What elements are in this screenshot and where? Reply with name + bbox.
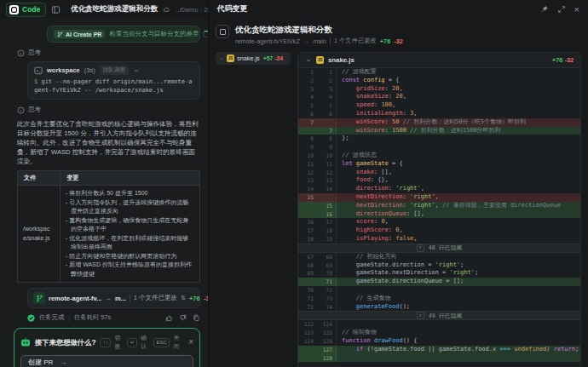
diff-line: 1212 snake: [], bbox=[298, 169, 580, 177]
diff-additions: +76 bbox=[552, 56, 562, 64]
chat-panel: Code 优化贪吃蛇游戏逻辑和分数 ../Demo · 21:18 bbox=[0, 0, 209, 367]
expand-updown-icon: ⇅ bbox=[181, 295, 186, 301]
diff-subtitle: remote-agent-fvYEiVkZ → main 1 个文件已更改 +7… bbox=[235, 37, 403, 45]
arrow-right: → bbox=[303, 37, 309, 45]
file-name: snake.js bbox=[237, 54, 260, 62]
additions-count: +76 bbox=[380, 37, 390, 45]
hidden-lines-label: 48 行已隐藏 bbox=[429, 244, 462, 252]
task-status-row: 任务完成 | 任务耗时 57s bbox=[27, 313, 200, 322]
change-item: 阻止方向键和空格键的默认网页滚动行为 bbox=[66, 252, 194, 261]
close-icon[interactable]: × bbox=[574, 5, 579, 14]
key-badge: ↵ bbox=[127, 338, 137, 347]
changes-list: 将胜利分数从 50 提升至 1500引入方向指令队列，提升连续按键操作的流畅度并… bbox=[61, 186, 200, 283]
copy-icon[interactable] bbox=[193, 314, 200, 322]
prompt-hints: ↑↓切换↵确认ESC关闭 bbox=[100, 334, 182, 351]
task-done-label: 任务完成 bbox=[39, 313, 64, 322]
expand-lines-icon: ⇕ bbox=[417, 312, 424, 319]
close-icon[interactable]: × bbox=[188, 338, 193, 347]
thumbs-up-icon[interactable] bbox=[165, 314, 173, 322]
diff-line: 11// 游戏配置 bbox=[298, 68, 580, 77]
terminal-command: $ git --no-pager diff origin/main...remo… bbox=[34, 77, 193, 95]
diff-line: 88}; bbox=[298, 135, 580, 143]
change-item: 引入方向指令队列，提升连续按键操作的流畅度并防止直接反向 bbox=[66, 198, 194, 216]
chevron-down-icon bbox=[219, 56, 224, 61]
table-header-changes: 变更 bbox=[61, 171, 200, 186]
next-action-prompt: 接下来您想做什么? ↑↓切换↵确认ESC关闭 × 创建 PR→暂不创建 PR→ bbox=[14, 328, 200, 367]
diff-line: 128 bbox=[298, 354, 580, 363]
terminal-name: workspace bbox=[47, 66, 80, 74]
panel-body: 优化贪吃蛇游戏逻辑和分数 remote-agent-fvYEiVkZ → mai… bbox=[209, 19, 588, 367]
diff-line: 15 nextDirection: 'right', bbox=[298, 193, 580, 202]
branch-diff-card[interactable]: remote-agent-fv... → m... 1 个文件已更改 ⇅ +76… bbox=[27, 288, 200, 308]
diff-line: 1010// 游戏状态 bbox=[298, 152, 580, 160]
prompt-option[interactable]: 创建 PR→ bbox=[20, 355, 193, 367]
terminal-card-header[interactable]: workspace (3s) 排队调用 bbox=[34, 66, 193, 75]
diff-line: 1414 direction: 'right', bbox=[298, 185, 580, 193]
diff-file-header[interactable]: JS snake.js +76 -32 bbox=[298, 53, 580, 68]
diff-line: 7072 bbox=[298, 286, 580, 295]
diff-line: 6768 // 初始化方向 bbox=[298, 253, 580, 261]
diff-line: 123125// 绘制食物 bbox=[298, 329, 580, 337]
source-branch: remote-agent-fvYEiVkZ bbox=[235, 37, 300, 45]
terminal-card: workspace (3s) 排队调用 $ git --no-pager dif… bbox=[27, 61, 200, 100]
app-logo[interactable]: Code bbox=[6, 3, 46, 17]
deletions-count: -32 bbox=[394, 37, 403, 45]
sidebar-toggle-icon[interactable] bbox=[51, 5, 61, 14]
chevron-down-icon[interactable] bbox=[305, 57, 312, 64]
app-window: Code 优化贪吃蛇游戏逻辑和分数 ../Demo · 21:18 bbox=[0, 0, 588, 367]
pin-icon[interactable] bbox=[540, 5, 549, 14]
diff-line: 6970 gameState.nextDirection = 'right'; bbox=[298, 269, 580, 278]
changes-table: 文件 变更 /workspace/snake.js 将胜利分数从 50 提升至 … bbox=[17, 170, 200, 283]
js-file-icon: JS bbox=[316, 56, 324, 64]
diff-line: 1718 highScore: 0, bbox=[298, 227, 580, 235]
hidden-lines-bar[interactable]: ⇕49 行已隐藏 bbox=[298, 311, 580, 320]
diff-line: 16 directionQueue: [], bbox=[298, 210, 580, 219]
summary-paragraph: 此次合并主要优化了贪吃蛇游戏的核心逻辑与操作体验，将胜利目标分数提升至 1500… bbox=[17, 119, 200, 166]
thinking-label: 思考 bbox=[28, 106, 41, 114]
diff-viewer: JS snake.js +76 -32 11// 游戏配置22const con… bbox=[297, 52, 581, 367]
diff-line: 1313 food: {}, bbox=[298, 176, 580, 185]
prompt-header: 接下来您想做什么? ↑↓切换↵确认ESC关闭 × bbox=[20, 334, 193, 351]
panel-header: 代码变更 × bbox=[209, 0, 588, 19]
table-row: /workspace/snake.js 将胜利分数从 50 提升至 1500引入… bbox=[18, 186, 200, 283]
hidden-lines-bar[interactable]: ⇕48 行已隐藏 bbox=[298, 244, 580, 253]
robot-icon bbox=[20, 337, 31, 347]
check-circle-icon bbox=[27, 314, 35, 322]
js-file-icon: JS bbox=[227, 54, 234, 62]
hint-label: 关闭 bbox=[173, 334, 181, 351]
file-deletions: -24 bbox=[274, 55, 283, 61]
prompt-question: 接下来您想做什么? bbox=[35, 338, 95, 347]
diff-line: 99 bbox=[298, 143, 580, 152]
git-branch-icon bbox=[33, 292, 45, 304]
banner-text: 检查当前分支与目标分支的差异 bbox=[109, 30, 199, 38]
change-item: 将胜利分数从 50 提升至 1500 bbox=[66, 189, 194, 198]
thinking-label: 思考 bbox=[28, 49, 41, 57]
target-branch: main bbox=[313, 37, 326, 45]
prompt-options: 创建 PR→暂不创建 PR→ bbox=[20, 355, 193, 367]
conversation-title: 优化贪吃蛇游戏逻辑和分数 bbox=[71, 4, 158, 14]
divider: | bbox=[68, 314, 70, 322]
hint-label: 确认 bbox=[141, 334, 148, 351]
key-badge: ESC bbox=[153, 338, 170, 347]
expand-lines-icon: ⇕ bbox=[417, 244, 424, 252]
terminal-duration: (3s) bbox=[84, 66, 95, 74]
diff-icon bbox=[216, 25, 229, 38]
expand-icon[interactable] bbox=[557, 5, 566, 14]
chevron-down-icon[interactable] bbox=[133, 67, 140, 74]
thinking-row: 思考 bbox=[17, 49, 200, 57]
file-list: JS snake.js +57 -24 bbox=[216, 52, 291, 367]
terminal-status-badge: 排队调用 bbox=[100, 66, 129, 75]
deletions-count: -32 bbox=[204, 295, 208, 302]
arrow-right: → bbox=[60, 358, 66, 366]
hidden-lines-label: 49 行已隐藏 bbox=[429, 312, 462, 320]
create-pr-banner: AI Create PR 检查当前分支与目标分支的差异 bbox=[47, 26, 200, 43]
hint-label: 切换 bbox=[114, 334, 122, 351]
key-badge: ↑↓ bbox=[100, 338, 111, 347]
file-path-cell: /workspace/snake.js bbox=[18, 186, 61, 283]
diff-line: 1617 score: 0, bbox=[298, 218, 580, 227]
diff-line: 22const config = { bbox=[298, 77, 580, 85]
thumbs-down-icon[interactable] bbox=[179, 314, 187, 322]
additions-count: +76 bbox=[189, 295, 200, 302]
file-additions: +57 bbox=[263, 55, 274, 61]
file-list-item[interactable]: JS snake.js +57 -24 bbox=[216, 52, 291, 65]
